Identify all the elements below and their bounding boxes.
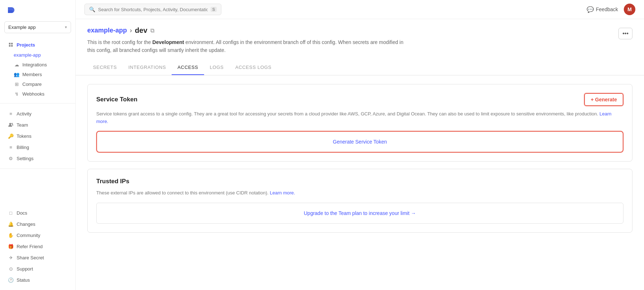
svg-point-0 (9, 123, 11, 125)
projects-label: Projects (17, 42, 35, 48)
tab-secrets[interactable]: SECRETS (87, 60, 123, 75)
sidebar-item-status[interactable]: 🕐 Status (2, 274, 73, 285)
settings-icon: ⚙ (8, 155, 14, 161)
service-token-card-header: Service Token + Generate (96, 93, 623, 106)
tabs: SECRETS INTEGRATIONS ACCESS LOGS ACCESS … (76, 60, 644, 75)
share-secret-label: Share Secret (17, 255, 44, 260)
search-shortcut: S (211, 7, 217, 12)
sub-webhooks-label: Webhooks (22, 91, 44, 97)
refer-icon: 🎁 (8, 243, 14, 249)
status-label: Status (17, 277, 30, 283)
sub-members-label: Members (22, 72, 42, 77)
generate-service-token-label: Generate Service Token (333, 139, 387, 145)
sidebar-item-community[interactable]: ✋ Community (2, 230, 73, 241)
refer-friend-label: Refer Friend (17, 244, 43, 249)
tab-access-logs[interactable]: ACCESS LOGS (229, 60, 277, 75)
page-desc-before: This is the root config for the (87, 39, 153, 45)
generate-service-token-area[interactable]: Generate Service Token (96, 131, 623, 153)
breadcrumb-app-name[interactable]: example-app (87, 27, 127, 34)
billing-label: Billing (17, 145, 29, 150)
service-token-title: Service Token (96, 96, 137, 103)
trusted-ips-desc-text: These external IPs are allowed to connec… (96, 190, 269, 195)
service-token-description: Service tokens grant access to a single … (96, 110, 623, 126)
sidebar: Example app ▾ Projects example-app ☁ Int… (0, 0, 76, 290)
changes-icon: 🔔 (8, 221, 14, 227)
sidebar-item-support[interactable]: ⊙ Support (2, 263, 73, 274)
key-icon: 🔑 (8, 133, 14, 139)
sidebar-sub-integrations[interactable]: ☁ Integrations (2, 60, 73, 69)
sidebar-item-team[interactable]: Team (2, 119, 73, 130)
search-bar[interactable]: 🔍 S (84, 4, 221, 15)
generate-button[interactable]: + Generate (584, 93, 623, 106)
breadcrumb-separator: › (130, 27, 132, 34)
trusted-ips-card-header: Trusted IPs (96, 178, 623, 185)
copy-icon[interactable]: ⧉ (150, 27, 154, 34)
bottom-nav-section: □ Docs 🔔 Changes ✋ Community 🎁 Refer Fri… (0, 206, 75, 290)
main-content: Service Token + Generate Service tokens … (76, 75, 644, 249)
sub-integrations-label: Integrations (22, 62, 47, 67)
docs-icon: □ (8, 210, 14, 216)
trusted-ips-learn-more[interactable]: Learn more. (270, 190, 295, 195)
topbar-right: 💬 Feedback M (587, 4, 635, 15)
page-desc-bold: Development (153, 39, 184, 45)
search-input[interactable] (98, 7, 208, 12)
sidebar-item-billing[interactable]: ≡ Billing (2, 142, 73, 153)
sidebar-sub-members[interactable]: 👥 Members (2, 70, 73, 79)
service-token-desc-text: Service tokens grant access to a single … (96, 111, 598, 117)
trusted-ips-title: Trusted IPs (96, 178, 129, 185)
active-project-label: example-app (14, 52, 41, 58)
sub-compare-label: Compare (22, 82, 41, 87)
sidebar-item-docs[interactable]: □ Docs (2, 207, 73, 218)
activity-label: Activity (17, 111, 31, 117)
main-nav-section: ≡ Activity Team 🔑 Tokens ≡ Billing ⚙ Set… (0, 106, 75, 166)
workspace-selector[interactable]: Example app ▾ (4, 21, 71, 33)
compare-icon: ⊞ (14, 81, 19, 87)
activity-icon: ≡ (8, 111, 14, 117)
search-icon: 🔍 (89, 6, 95, 12)
sidebar-item-settings[interactable]: ⚙ Settings (2, 153, 73, 164)
status-icon: 🕐 (8, 277, 14, 283)
projects-section: Projects example-app ☁ Integrations 👥 Me… (0, 38, 75, 100)
app-logo[interactable] (0, 0, 75, 21)
settings-label: Settings (17, 156, 34, 161)
page-description: This is the root config for the Developm… (87, 38, 412, 54)
sidebar-item-activity[interactable]: ≡ Activity (2, 108, 73, 119)
svg-point-1 (12, 123, 13, 124)
page-header-content: example-app › dev ⧉ This is the root con… (87, 26, 613, 54)
sidebar-item-projects[interactable]: Projects (2, 39, 73, 50)
support-icon: ⊙ (8, 266, 14, 272)
cloud-icon: ☁ (14, 62, 19, 67)
sidebar-item-tokens[interactable]: 🔑 Tokens (2, 131, 73, 141)
team-icon (8, 122, 14, 128)
upgrade-area: Upgrade to the Team plan to increase you… (96, 203, 623, 224)
sidebar-active-project[interactable]: example-app (2, 50, 73, 60)
projects-icon (8, 42, 14, 48)
page-header: example-app › dev ⧉ This is the root con… (76, 19, 644, 54)
breadcrumb: example-app › dev ⧉ (87, 26, 613, 35)
more-options-button[interactable]: ••• (618, 28, 632, 39)
share-icon: ✈ (8, 255, 14, 260)
sidebar-item-share-secret[interactable]: ✈ Share Secret (2, 252, 73, 263)
docs-label: Docs (17, 210, 27, 216)
trusted-ips-card: Trusted IPs These external IPs are allow… (87, 169, 632, 233)
sidebar-sub-compare[interactable]: ⊞ Compare (2, 79, 73, 89)
feedback-button[interactable]: 💬 Feedback (587, 6, 618, 13)
sidebar-item-refer-friend[interactable]: 🎁 Refer Friend (2, 241, 73, 252)
tab-integrations[interactable]: INTEGRATIONS (123, 60, 172, 75)
sidebar-item-changes[interactable]: 🔔 Changes (2, 219, 73, 229)
community-label: Community (17, 233, 40, 238)
trusted-ips-description: These external IPs are allowed to connec… (96, 189, 623, 197)
upgrade-link[interactable]: Upgrade to the Team plan to increase you… (304, 210, 416, 216)
content-area: example-app › dev ⧉ This is the root con… (76, 19, 644, 290)
people-icon: 👥 (14, 71, 19, 77)
tab-logs[interactable]: LOGS (204, 60, 230, 75)
tokens-label: Tokens (17, 133, 31, 139)
avatar[interactable]: M (624, 4, 635, 15)
billing-icon: ≡ (8, 144, 14, 150)
changes-label: Changes (17, 221, 35, 227)
webhook-icon: ↯ (14, 91, 19, 97)
feedback-label: Feedback (596, 6, 618, 12)
sidebar-sub-webhooks[interactable]: ↯ Webhooks (2, 89, 73, 98)
tab-access[interactable]: ACCESS (172, 60, 204, 75)
topbar: 🔍 S 💬 Feedback M (76, 0, 644, 19)
